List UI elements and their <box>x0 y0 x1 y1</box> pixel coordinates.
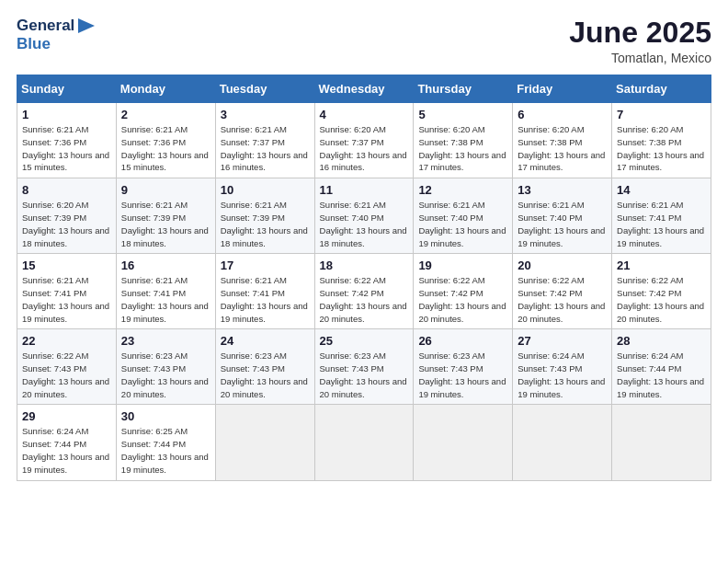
weekday-header-monday: Monday <box>116 75 215 103</box>
calendar-day-20: 20 Sunrise: 6:22 AM Sunset: 7:42 PM Dayl… <box>513 254 612 329</box>
sunrise-label: Sunrise: 6:20 AM <box>320 124 386 134</box>
day-number: 1 <box>22 108 111 121</box>
sunset-label: Sunset: 7:36 PM <box>121 137 186 147</box>
sunrise-label: Sunrise: 6:21 AM <box>121 200 188 210</box>
calendar-day-26: 26 Sunrise: 6:23 AM Sunset: 7:43 PM Dayl… <box>414 329 513 405</box>
daylight-label: Daylight: 13 hours and 19 minutes. <box>121 452 209 475</box>
day-detail: Sunrise: 6:21 AM Sunset: 7:36 PM Dayligh… <box>22 123 111 174</box>
day-detail: Sunrise: 6:25 AM Sunset: 7:44 PM Dayligh… <box>121 425 210 476</box>
calendar-day-5: 5 Sunrise: 6:20 AM Sunset: 7:38 PM Dayli… <box>414 103 513 178</box>
day-detail: Sunrise: 6:21 AM Sunset: 7:40 PM Dayligh… <box>320 199 409 249</box>
calendar-day-14: 14 Sunrise: 6:21 AM Sunset: 7:41 PM Dayl… <box>612 178 711 254</box>
calendar-day-22: 22 Sunrise: 6:22 AM Sunset: 7:43 PM Dayl… <box>17 329 117 405</box>
sunset-label: Sunset: 7:42 PM <box>320 288 384 298</box>
sunrise-label: Sunrise: 6:24 AM <box>22 426 88 436</box>
day-detail: Sunrise: 6:24 AM Sunset: 7:43 PM Dayligh… <box>518 350 607 400</box>
calendar-day-3: 3 Sunrise: 6:21 AM Sunset: 7:37 PM Dayli… <box>215 103 314 178</box>
day-detail: Sunrise: 6:22 AM Sunset: 7:42 PM Dayligh… <box>418 274 507 325</box>
day-number: 14 <box>617 183 706 197</box>
day-detail: Sunrise: 6:21 AM Sunset: 7:39 PM Dayligh… <box>221 199 310 249</box>
daylight-label: Daylight: 13 hours and 15 minutes. <box>121 150 209 173</box>
daylight-label: Daylight: 13 hours and 17 minutes. <box>418 150 506 173</box>
sunrise-label: Sunrise: 6:23 AM <box>320 350 386 361</box>
sunrise-label: Sunrise: 6:21 AM <box>221 200 287 210</box>
calendar-day-21: 21 Sunrise: 6:22 AM Sunset: 7:42 PM Dayl… <box>612 254 711 329</box>
sunrise-label: Sunrise: 6:24 AM <box>617 350 683 361</box>
day-detail: Sunrise: 6:20 AM Sunset: 7:38 PM Dayligh… <box>617 123 706 174</box>
day-detail: Sunrise: 6:24 AM Sunset: 7:44 PM Dayligh… <box>617 350 706 400</box>
sunset-label: Sunset: 7:44 PM <box>22 439 86 449</box>
sunset-label: Sunset: 7:41 PM <box>617 213 681 223</box>
day-number: 29 <box>22 409 111 423</box>
day-number: 19 <box>418 259 507 272</box>
sunrise-label: Sunrise: 6:21 AM <box>418 200 484 210</box>
sunrise-label: Sunrise: 6:21 AM <box>320 200 386 210</box>
daylight-label: Daylight: 13 hours and 18 minutes. <box>320 225 407 248</box>
calendar-day-27: 27 Sunrise: 6:24 AM Sunset: 7:43 PM Dayl… <box>513 329 612 405</box>
calendar-day-13: 13 Sunrise: 6:21 AM Sunset: 7:40 PM Dayl… <box>513 178 612 254</box>
day-detail: Sunrise: 6:23 AM Sunset: 7:43 PM Dayligh… <box>221 350 310 400</box>
calendar-week-1: 1 Sunrise: 6:21 AM Sunset: 7:36 PM Dayli… <box>17 103 711 178</box>
sunrise-label: Sunrise: 6:20 AM <box>22 200 88 210</box>
day-detail: Sunrise: 6:21 AM Sunset: 7:40 PM Dayligh… <box>418 199 507 249</box>
page: General Blue June 2025 Tomatlan, Mexico … <box>0 0 728 563</box>
daylight-label: Daylight: 13 hours and 20 minutes. <box>418 301 506 324</box>
sunset-label: Sunset: 7:42 PM <box>518 288 582 298</box>
day-number: 13 <box>518 183 607 197</box>
daylight-label: Daylight: 13 hours and 20 minutes. <box>518 301 605 324</box>
sunrise-label: Sunrise: 6:22 AM <box>320 275 386 285</box>
sunrise-label: Sunrise: 6:21 AM <box>121 275 188 285</box>
daylight-label: Daylight: 13 hours and 19 minutes. <box>221 301 308 324</box>
sunset-label: Sunset: 7:44 PM <box>617 363 681 373</box>
sunrise-label: Sunrise: 6:22 AM <box>418 275 484 285</box>
calendar-day-24: 24 Sunrise: 6:23 AM Sunset: 7:43 PM Dayl… <box>215 329 314 405</box>
daylight-label: Daylight: 13 hours and 16 minutes. <box>221 150 308 173</box>
sunrise-label: Sunrise: 6:20 AM <box>518 124 584 134</box>
sunset-label: Sunset: 7:43 PM <box>518 363 582 373</box>
sunrise-label: Sunrise: 6:21 AM <box>518 200 584 210</box>
sunrise-label: Sunrise: 6:20 AM <box>617 124 683 134</box>
daylight-label: Daylight: 13 hours and 20 minutes. <box>617 301 704 324</box>
day-detail: Sunrise: 6:24 AM Sunset: 7:44 PM Dayligh… <box>22 425 111 476</box>
day-detail: Sunrise: 6:20 AM Sunset: 7:39 PM Dayligh… <box>22 199 111 249</box>
sunrise-label: Sunrise: 6:21 AM <box>121 124 188 134</box>
daylight-label: Daylight: 13 hours and 17 minutes. <box>617 150 704 173</box>
weekday-header-row: SundayMondayTuesdayWednesdayThursdayFrid… <box>17 75 711 103</box>
daylight-label: Daylight: 13 hours and 19 minutes. <box>418 376 506 399</box>
sunset-label: Sunset: 7:39 PM <box>121 213 186 223</box>
sunrise-label: Sunrise: 6:22 AM <box>617 275 683 285</box>
sunrise-label: Sunrise: 6:21 AM <box>221 275 287 285</box>
daylight-label: Daylight: 13 hours and 19 minutes. <box>418 225 506 248</box>
calendar-table: SundayMondayTuesdayWednesdayThursdayFrid… <box>17 75 711 480</box>
weekday-header-wednesday: Wednesday <box>314 75 414 103</box>
sunset-label: Sunset: 7:36 PM <box>22 137 86 147</box>
calendar-day-19: 19 Sunrise: 6:22 AM Sunset: 7:42 PM Dayl… <box>414 254 513 329</box>
day-detail: Sunrise: 6:23 AM Sunset: 7:43 PM Dayligh… <box>418 350 507 400</box>
day-number: 22 <box>22 334 111 348</box>
day-detail: Sunrise: 6:21 AM Sunset: 7:36 PM Dayligh… <box>121 123 210 174</box>
calendar-day-1: 1 Sunrise: 6:21 AM Sunset: 7:36 PM Dayli… <box>17 103 117 178</box>
sunset-label: Sunset: 7:42 PM <box>617 288 681 298</box>
sunrise-label: Sunrise: 6:20 AM <box>418 124 484 134</box>
svg-marker-0 <box>78 18 95 33</box>
day-number: 30 <box>121 409 210 423</box>
sunrise-label: Sunrise: 6:25 AM <box>121 426 188 436</box>
page-subtitle: Tomatlan, Mexico <box>569 51 711 65</box>
sunset-label: Sunset: 7:38 PM <box>418 137 483 147</box>
calendar-day-7: 7 Sunrise: 6:20 AM Sunset: 7:38 PM Dayli… <box>612 103 711 178</box>
empty-cell <box>612 405 711 480</box>
day-number: 15 <box>22 259 111 272</box>
sunrise-label: Sunrise: 6:23 AM <box>418 350 484 361</box>
calendar-day-17: 17 Sunrise: 6:21 AM Sunset: 7:41 PM Dayl… <box>215 254 314 329</box>
day-number: 12 <box>418 183 507 197</box>
daylight-label: Daylight: 13 hours and 17 minutes. <box>518 150 605 173</box>
calendar-day-25: 25 Sunrise: 6:23 AM Sunset: 7:43 PM Dayl… <box>314 329 414 405</box>
calendar-day-2: 2 Sunrise: 6:21 AM Sunset: 7:36 PM Dayli… <box>116 103 215 178</box>
sunset-label: Sunset: 7:43 PM <box>418 363 483 373</box>
sunrise-label: Sunrise: 6:21 AM <box>22 275 88 285</box>
logo: General Blue <box>17 17 95 52</box>
sunset-label: Sunset: 7:39 PM <box>22 213 86 223</box>
daylight-label: Daylight: 13 hours and 20 minutes. <box>22 376 109 399</box>
calendar-day-30: 30 Sunrise: 6:25 AM Sunset: 7:44 PM Dayl… <box>116 405 215 480</box>
weekday-header-friday: Friday <box>513 75 612 103</box>
